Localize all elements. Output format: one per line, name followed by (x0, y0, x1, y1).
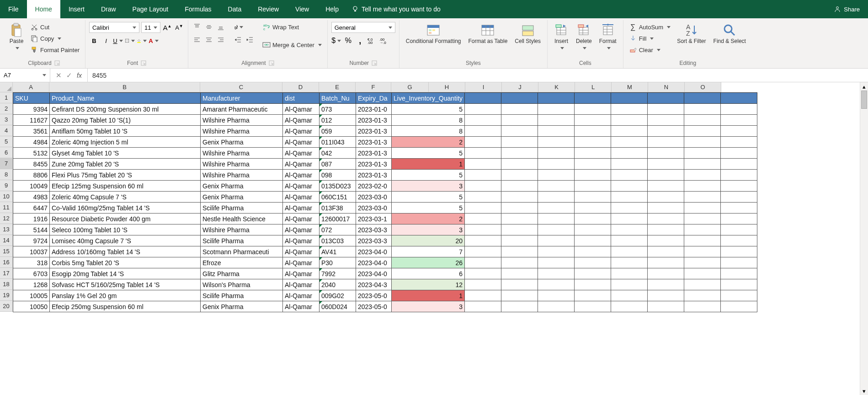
cell[interactable] (684, 301, 720, 312)
cell[interactable] (684, 170, 720, 181)
cell[interactable]: 0135D023 (320, 181, 356, 192)
cell[interactable]: 3 (392, 181, 465, 192)
column-header[interactable]: G (391, 82, 429, 92)
cell[interactable]: 009G02 (320, 290, 356, 301)
cell[interactable] (538, 235, 574, 246)
cell[interactable] (647, 126, 684, 137)
cell[interactable]: Sofvasc HCT 5/160/25mg Tablet 14 'S (50, 279, 201, 290)
cell[interactable]: 5132 (13, 148, 50, 159)
cell[interactable] (574, 148, 611, 159)
cell[interactable] (501, 148, 538, 159)
cell[interactable]: Al-Qamar (283, 268, 320, 279)
cell[interactable] (720, 214, 757, 224)
cell[interactable] (501, 214, 538, 224)
conditional-formatting-button[interactable]: Conditional Formatting (403, 22, 464, 46)
cell[interactable] (684, 159, 720, 170)
cell[interactable] (647, 224, 684, 235)
cell[interactable]: Al-Qamar (283, 126, 320, 137)
cell[interactable] (684, 268, 720, 279)
cell[interactable] (684, 126, 720, 137)
cell[interactable] (538, 104, 574, 115)
cell[interactable] (720, 159, 757, 170)
cell[interactable]: Esogip 20mg Tablet 14 'S (50, 268, 201, 279)
row-header[interactable]: 17 (0, 268, 13, 279)
cell[interactable] (464, 235, 501, 246)
cell[interactable] (501, 235, 538, 246)
cell[interactable]: 5 (392, 104, 465, 115)
cell[interactable] (720, 279, 757, 290)
cell[interactable] (501, 203, 538, 214)
cell[interactable]: 2023-03-3 (356, 235, 392, 246)
align-left-button[interactable] (192, 35, 202, 45)
column-header[interactable]: L (575, 82, 612, 92)
cell[interactable] (720, 290, 757, 301)
cell[interactable] (684, 279, 720, 290)
row-header[interactable]: 16 (0, 257, 13, 268)
cell[interactable] (464, 170, 501, 181)
cell[interactable]: Glyset 4mg Tablet 10 'S (50, 148, 201, 159)
cell[interactable]: Scilife Pharma (201, 235, 283, 246)
cell[interactable] (720, 126, 757, 137)
cell[interactable] (720, 301, 757, 312)
cell[interactable]: 5 (392, 170, 465, 181)
cell[interactable] (464, 137, 501, 148)
tab-draw[interactable]: Draw (93, 0, 124, 18)
cell[interactable] (611, 181, 647, 192)
cell[interactable] (647, 235, 684, 246)
cell[interactable]: 4984 (13, 137, 50, 148)
cell[interactable] (501, 224, 538, 235)
cell[interactable]: Scilife Pharma (201, 203, 283, 214)
scroll-up-button[interactable]: ▴ (860, 82, 868, 91)
column-header[interactable]: I (465, 82, 502, 92)
paste-button[interactable]: Paste (6, 22, 27, 52)
cell[interactable]: Seleco 100mg Tablet 10 'S (50, 224, 201, 235)
cell[interactable] (574, 115, 611, 126)
cell[interactable]: 6 (392, 268, 465, 279)
cell[interactable]: 3561 (13, 126, 50, 137)
cell[interactable]: 1 (392, 159, 465, 170)
cell[interactable] (464, 290, 501, 301)
format-painter-button[interactable]: Format Painter (28, 45, 81, 55)
cell[interactable]: 9724 (13, 235, 50, 246)
cell[interactable] (574, 104, 611, 115)
cell[interactable]: Al-Qamar (283, 246, 320, 257)
tab-help[interactable]: Help (317, 0, 347, 18)
cell[interactable] (647, 181, 684, 192)
cell[interactable]: 2023-02-0 (356, 181, 392, 192)
cell[interactable]: Al-Qamar (283, 137, 320, 148)
cell[interactable] (574, 126, 611, 137)
cell[interactable] (501, 104, 538, 115)
row-header[interactable]: 5 (0, 136, 13, 147)
cell[interactable]: 318 (13, 257, 50, 268)
cell[interactable] (501, 181, 538, 192)
scroll-down-button[interactable]: ▾ (860, 387, 868, 395)
cell[interactable]: 10005 (13, 290, 50, 301)
cell[interactable]: 2023-01-3 (356, 170, 392, 181)
cell[interactable] (538, 170, 574, 181)
cell[interactable]: 26 (392, 257, 465, 268)
cell[interactable]: 6703 (13, 268, 50, 279)
cell[interactable]: Genix Pharma (201, 137, 283, 148)
scroll-thumb[interactable] (861, 91, 867, 109)
cell[interactable] (611, 192, 647, 203)
align-bottom-button[interactable] (216, 22, 226, 32)
cell[interactable]: Scotmann Pharmaceuti (201, 246, 283, 257)
cell[interactable]: Wilshire Pharma (201, 148, 283, 159)
header-cell[interactable] (684, 93, 720, 104)
cell[interactable]: Genix Pharma (201, 301, 283, 312)
cell[interactable] (464, 257, 501, 268)
cell[interactable] (574, 159, 611, 170)
cell[interactable] (464, 115, 501, 126)
cell[interactable]: 2 (392, 214, 465, 224)
tell-me-search[interactable]: Tell me what you want to do (351, 0, 441, 18)
cell[interactable] (501, 301, 538, 312)
enter-formula-button[interactable]: ✓ (66, 71, 72, 80)
cell[interactable]: 11627 (13, 115, 50, 126)
cell[interactable] (684, 137, 720, 148)
cell[interactable]: 5144 (13, 224, 50, 235)
decrease-indent-button[interactable] (233, 35, 243, 45)
cell[interactable] (611, 214, 647, 224)
cell[interactable] (720, 203, 757, 214)
fill-color-button[interactable] (137, 36, 147, 46)
cell[interactable]: 042 (320, 148, 356, 159)
